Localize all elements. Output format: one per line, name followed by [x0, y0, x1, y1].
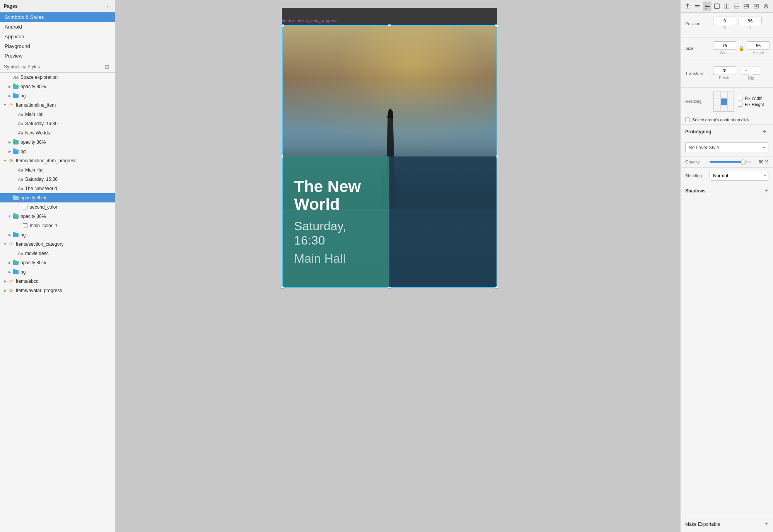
- svg-rect-6: [695, 7, 700, 7]
- flip-horizontal-button[interactable]: ↔: [742, 66, 750, 75]
- position-x-label: X: [724, 26, 726, 30]
- fix-width-checkbox[interactable]: [738, 96, 742, 100]
- layer-opacity80-5[interactable]: opacity 80%: [0, 258, 115, 267]
- canvas-image-container[interactable]: The New World Saturday, 16:30 Main Hall: [282, 25, 497, 288]
- opacity-slider[interactable]: [710, 161, 752, 163]
- shadows-add-button[interactable]: +: [764, 187, 768, 194]
- layer-timeline-item[interactable]: ⟳ Items/timeline_item: [0, 100, 115, 110]
- folder-icon-bg-2: [13, 148, 19, 155]
- make-exportable-add-button[interactable]: +: [764, 520, 768, 528]
- chevron-timeline-item[interactable]: [3, 103, 7, 107]
- rotate-input[interactable]: [713, 66, 736, 75]
- blending-label: Blending: [685, 173, 706, 178]
- position-x-input[interactable]: [713, 17, 736, 25]
- inspector-tool-upload[interactable]: [683, 2, 692, 11]
- rg-bl: [713, 105, 720, 112]
- page-item-preview[interactable]: Preview: [0, 51, 115, 61]
- layer-label-avatar-progress: Items/avatar_progress: [16, 288, 62, 293]
- inspector-tool-settings[interactable]: [762, 2, 771, 11]
- page-item-app-icon[interactable]: App icon: [0, 32, 115, 41]
- layer-saturday-1[interactable]: Aa Saturday, 16:30: [0, 119, 115, 128]
- flip-vertical-button[interactable]: ↕: [752, 66, 760, 75]
- size-row: Size Width 🔒 Height: [685, 41, 768, 55]
- text-icon-main-hall-2: Aa: [17, 167, 24, 173]
- inspector-tool-add-layer[interactable]: [752, 2, 761, 11]
- layer-abcd[interactable]: ⟳ Items/abcd: [0, 277, 115, 286]
- layer-label-bg-4: bg: [20, 269, 26, 275]
- layer-bg-2[interactable]: bg: [0, 147, 115, 156]
- inspector-tool-style[interactable]: [693, 2, 701, 11]
- layer-main-hall-1[interactable]: Aa Main Hall: [0, 110, 115, 119]
- inspector-tool-photo[interactable]: [742, 2, 751, 11]
- flip-label: Flip: [748, 76, 754, 80]
- layer-saturday-2[interactable]: Aa Saturday, 16:30: [0, 175, 115, 184]
- size-section: Size Width 🔒 Height: [681, 37, 773, 62]
- svg-rect-9: [705, 8, 707, 8]
- chevron-section-category[interactable]: [3, 242, 7, 246]
- layer-avatar-progress[interactable]: ⟳ Items/avatar_progress: [0, 286, 115, 295]
- chevron-opacity80-4[interactable]: [8, 214, 12, 218]
- size-width-input[interactable]: [713, 41, 736, 50]
- fix-height-option[interactable]: Fix Height: [738, 102, 764, 107]
- select-group-content-checkbox[interactable]: [685, 117, 690, 122]
- blending-select[interactable]: Normal Multiply Screen Overlay Darken Li…: [710, 171, 768, 181]
- chevron-bg-3[interactable]: [8, 233, 12, 237]
- chevron-bg-4[interactable]: [8, 270, 12, 274]
- layer-new-worlds[interactable]: Aa New Worlds: [0, 128, 115, 138]
- folder-icon-opacity80-5: [13, 260, 19, 266]
- size-lock-icon[interactable]: 🔒: [739, 46, 744, 51]
- canvas-content: Items/timeline_item_progress: [282, 8, 514, 288]
- layer-bg-4[interactable]: bg: [0, 267, 115, 277]
- inspector-tool-align-left[interactable]: [703, 2, 712, 11]
- chevron-bg-2[interactable]: [8, 150, 12, 153]
- opacity-slider-thumb[interactable]: [741, 160, 746, 164]
- position-y-input[interactable]: [739, 17, 762, 25]
- layer-timeline-item-progress[interactable]: ⟳ Items/timeline_item_progress: [0, 156, 115, 165]
- pages-list: Symbols & Styles Android App icon Playgr…: [0, 12, 115, 61]
- align-left-icon: [705, 3, 710, 9]
- layer-second-color[interactable]: second_color: [0, 202, 115, 212]
- layer-section-category[interactable]: ⟳ Items/section_category: [0, 240, 115, 249]
- prototyping-add-button[interactable]: +: [761, 128, 768, 136]
- text-icon-saturday-2: Aa: [17, 176, 24, 182]
- layer-movie-desc[interactable]: Aa movie desc: [0, 249, 115, 258]
- chevron-opacity80-1[interactable]: [8, 85, 12, 88]
- page-item-symbols-styles[interactable]: Symbols & Styles: [0, 12, 115, 22]
- photo-icon: [744, 3, 749, 9]
- symbols-panel-icon[interactable]: ⊞: [105, 64, 111, 70]
- layer-the-new-world[interactable]: Aa The New World: [0, 184, 115, 193]
- canvas-area[interactable]: Items/timeline_item_progress: [115, 0, 680, 532]
- text-icon-new-worlds: Aa: [17, 130, 24, 136]
- size-width-group: Width: [713, 41, 736, 55]
- chevron-timeline-item-progress[interactable]: [3, 159, 7, 163]
- chevron-avatar-progress[interactable]: [3, 289, 7, 292]
- size-height-input[interactable]: [747, 41, 770, 50]
- layer-opacity80-1[interactable]: opacity 80%: [0, 82, 115, 91]
- layer-opacity80-2[interactable]: opacity 80%: [0, 138, 115, 147]
- resizing-widget[interactable]: [713, 91, 734, 112]
- layer-label-saturday-2: Saturday, 16:30: [25, 177, 58, 182]
- inspector-tool-border-left[interactable]: [712, 2, 721, 11]
- layer-bg-1[interactable]: bg: [0, 91, 115, 100]
- fix-options: Fix Width Fix Height: [738, 96, 764, 107]
- chevron-abcd[interactable]: [3, 279, 7, 283]
- inspector-tool-align-c[interactable]: [722, 2, 731, 11]
- chevron-opacity80-5[interactable]: [8, 261, 12, 265]
- chevron-opacity80-2[interactable]: [8, 140, 12, 144]
- chevron-bg-1[interactable]: [8, 94, 12, 98]
- layer-space-exploration[interactable]: Aa Space exploration: [0, 73, 115, 82]
- layer-opacity80-4[interactable]: opacity 80%: [0, 212, 115, 221]
- chevron-opacity80-3[interactable]: [8, 196, 12, 200]
- add-page-button[interactable]: +: [103, 2, 111, 10]
- layer-main-hall-2[interactable]: Aa Main Hall: [0, 165, 115, 175]
- layer-opacity80-3-selected[interactable]: opacity 80%: [0, 193, 115, 202]
- inspector-tool-grid[interactable]: [732, 2, 741, 11]
- fix-height-checkbox[interactable]: [738, 102, 742, 107]
- fix-width-option[interactable]: Fix Width: [738, 96, 764, 100]
- page-item-playground[interactable]: Playground: [0, 41, 115, 51]
- layer-bg-3[interactable]: bg: [0, 230, 115, 240]
- layer-style-dropdown[interactable]: No Layer Style ▾: [685, 142, 768, 153]
- layer-main-color-1[interactable]: main_color_1: [0, 221, 115, 230]
- page-item-android[interactable]: Android: [0, 22, 115, 32]
- prototyping-title: Prototyping: [685, 129, 711, 134]
